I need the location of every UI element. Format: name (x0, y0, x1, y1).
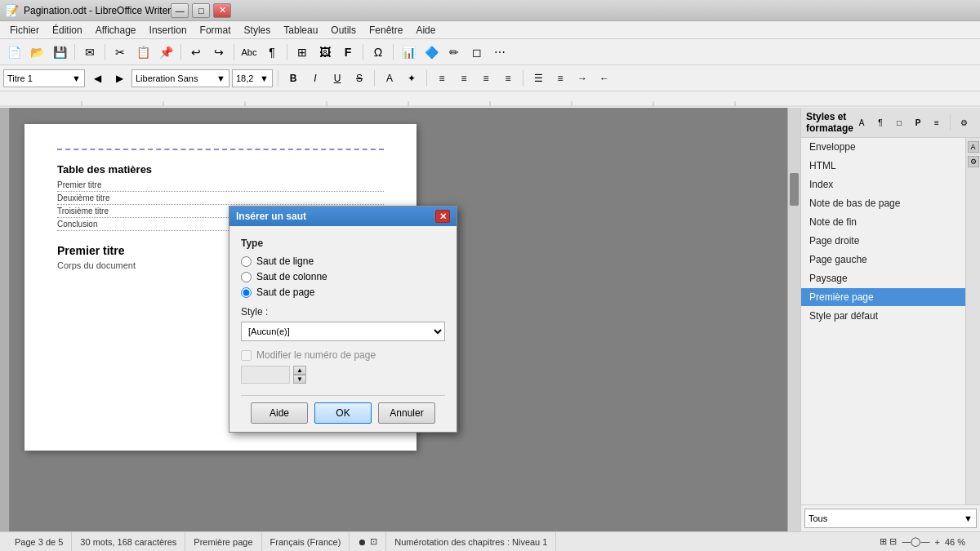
radio-saut-colonne[interactable]: Saut de colonne (241, 271, 445, 282)
radio-saut-ligne[interactable]: Saut de ligne (241, 256, 445, 267)
style-row-page-gauche[interactable]: Page gauche (801, 251, 965, 269)
style-row-style-defaut[interactable]: Style par défaut (801, 307, 965, 326)
style-row-page-droite[interactable]: Page droite (801, 232, 965, 251)
menu-format[interactable]: Format (194, 23, 238, 38)
size-dropdown-arrow: ▼ (260, 73, 269, 83)
paste-btn[interactable]: 📌 (155, 42, 176, 63)
aide-button[interactable]: Aide (251, 402, 308, 424)
ok-button[interactable]: OK (314, 402, 372, 424)
status-right: ⊞ ⊟ —◯— + 46 % (871, 532, 973, 551)
sidebar-more-btn[interactable]: » (974, 114, 980, 131)
sidebar-icon-1[interactable]: A (853, 114, 870, 131)
style-row-note-bas[interactable]: Note de bas de page (801, 194, 965, 213)
style-row-enveloppe[interactable]: Enveloppe (801, 138, 965, 157)
menu-insertion[interactable]: Insertion (143, 23, 194, 38)
highlight-btn[interactable]: ✦ (402, 69, 421, 88)
undo-btn[interactable]: ↩ (185, 42, 207, 63)
style-row-html[interactable]: HTML (801, 157, 965, 176)
underline-btn[interactable]: U (327, 69, 347, 88)
sidebar-icon-5[interactable]: ≡ (929, 114, 945, 131)
email-btn[interactable]: ✉ (79, 42, 100, 63)
special-char-btn[interactable]: Ω (368, 42, 389, 63)
image-btn[interactable]: 🖼 (314, 42, 336, 63)
open-btn[interactable]: 📂 (26, 42, 47, 63)
pilcrow-btn[interactable]: ¶ (261, 42, 283, 63)
outdent-btn[interactable]: ← (595, 69, 614, 88)
chart-btn[interactable]: 📊 (398, 42, 419, 63)
page-info: Page 3 de 5 (7, 532, 72, 551)
align-right-btn[interactable]: ≡ (476, 69, 496, 88)
style-row-paysage[interactable]: Paysage (801, 269, 965, 288)
draw-btn[interactable]: ✏ (443, 42, 465, 63)
sidebar-icon-2[interactable]: ¶ (872, 114, 889, 131)
sidebar-side-icon-1[interactable]: A (968, 141, 979, 153)
italic-btn[interactable]: I (305, 69, 325, 88)
menu-affichage[interactable]: Affichage (89, 23, 143, 38)
dialog-close-button[interactable]: ✕ (435, 210, 450, 223)
annuler-button[interactable]: Annuler (378, 402, 435, 424)
sidebar-side-icon-2[interactable]: ⚙ (968, 156, 979, 167)
ordered-list-btn[interactable]: ≡ (550, 69, 570, 88)
radio-input-saut-colonne[interactable] (241, 272, 252, 282)
style-select[interactable]: [Aucun(e)] (241, 322, 445, 341)
font-color-btn[interactable]: A (380, 69, 399, 88)
font-dropdown[interactable]: Liberation Sans ▼ (131, 69, 229, 87)
sidebar-filter-select[interactable]: Tous ▼ (804, 509, 977, 528)
size-dropdown[interactable]: 18,2 ▼ (232, 69, 273, 87)
sidebar-filter-value: Tous (808, 513, 827, 523)
sidebar-header-icons: A ¶ □ P ≡ ⚙ » (853, 114, 980, 131)
modify-page-num-checkbox[interactable] (241, 350, 252, 361)
sidebar-icon-4[interactable]: P (910, 114, 926, 131)
style-row-premiere-page[interactable]: Première page (801, 288, 965, 307)
align-left-btn[interactable]: ≡ (432, 69, 452, 88)
list-btn[interactable]: ☰ (528, 69, 548, 88)
minimize-button[interactable]: — (171, 3, 189, 18)
menu-styles[interactable]: Styles (238, 23, 278, 38)
page-num-input[interactable] (241, 366, 290, 384)
prev-style-btn[interactable]: ◀ (87, 69, 107, 88)
menu-edition[interactable]: Édition (46, 23, 89, 38)
new-btn[interactable]: 📄 (3, 42, 24, 63)
menu-tableau[interactable]: Tableau (277, 23, 324, 38)
indent-btn[interactable]: → (572, 69, 592, 88)
sidebar-filter-arrow: ▼ (964, 513, 973, 523)
spin-down[interactable]: ▼ (293, 375, 306, 384)
vertical-scrollbar[interactable] (787, 108, 800, 531)
style-row-index[interactable]: Index (801, 176, 965, 194)
cut-btn[interactable]: ✂ (109, 42, 131, 63)
bold-btn[interactable]: B (283, 69, 303, 88)
redo-btn[interactable]: ↪ (208, 42, 229, 63)
menu-fenetre[interactable]: Fenêtre (363, 23, 409, 38)
sidebar-icon-3[interactable]: □ (891, 114, 907, 131)
align-justify-btn[interactable]: ≡ (498, 69, 518, 88)
close-button[interactable]: ✕ (213, 3, 231, 18)
spin-up[interactable]: ▲ (293, 366, 306, 375)
menu-fichier[interactable]: Fichier (3, 23, 46, 38)
radio-input-saut-ligne[interactable] (241, 256, 252, 267)
sep1 (74, 44, 75, 60)
align-center-btn[interactable]: ≡ (454, 69, 474, 88)
radio-input-saut-page[interactable] (241, 287, 252, 298)
shapes-btn[interactable]: 🔷 (421, 42, 442, 63)
maximize-button[interactable]: □ (192, 3, 210, 18)
box-btn[interactable]: ◻ (466, 42, 488, 63)
menu-aide[interactable]: Aide (409, 23, 442, 38)
sep-fmt2 (374, 70, 375, 87)
next-style-btn[interactable]: ▶ (109, 69, 129, 88)
strikethrough-btn[interactable]: S (350, 69, 369, 88)
style-dropdown[interactable]: Titre 1 ▼ (3, 69, 85, 87)
sidebar-settings-btn[interactable]: ⚙ (956, 114, 972, 131)
table-btn[interactable]: ⊞ (292, 42, 313, 63)
spellcheck-btn[interactable]: Abc (238, 42, 260, 63)
style-row-note-fin[interactable]: Note de fin (801, 213, 965, 232)
save-btn[interactable]: 💾 (49, 42, 70, 63)
more1-btn[interactable]: ⋯ (489, 42, 510, 63)
copy-btn[interactable]: 📋 (132, 42, 154, 63)
document-area[interactable]: Table des matières Premier titre Deuxièm… (0, 108, 800, 531)
main-area: Table des matières Premier titre Deuxièm… (0, 108, 980, 531)
menu-outils[interactable]: Outils (324, 23, 363, 38)
style-label: Style : (241, 306, 445, 318)
field-btn[interactable]: F (337, 42, 359, 63)
zoom-plus[interactable]: + (934, 537, 939, 547)
radio-saut-page[interactable]: Saut de page (241, 287, 445, 298)
